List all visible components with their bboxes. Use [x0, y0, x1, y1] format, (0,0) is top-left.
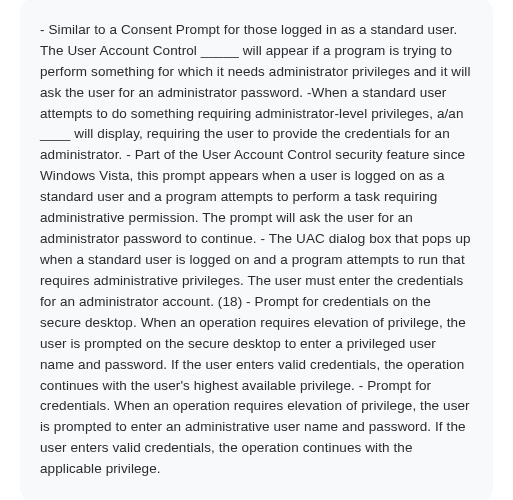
content-card: - Similar to a Consent Prompt for those …: [20, 0, 493, 500]
body-text: - Similar to a Consent Prompt for those …: [40, 20, 473, 480]
